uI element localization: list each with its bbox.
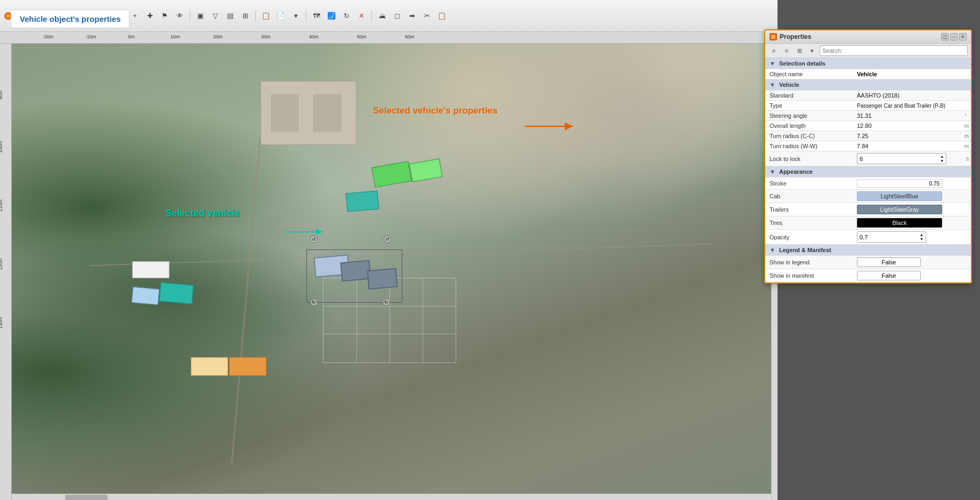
show-in-legend-btn[interactable]: False xyxy=(857,257,921,267)
opacity-spinner[interactable]: 0.7 ▲ ▼ xyxy=(857,231,926,243)
ruler-mark-120m: 120m xyxy=(0,258,3,270)
map-area[interactable]: -20m -10m 0m 10m 20m 30m 40m 50m 60m 90m… xyxy=(0,32,777,500)
trailers-color-swatch[interactable]: LightSlateGray xyxy=(857,205,942,214)
ruler-mark-60: 60m xyxy=(405,34,415,39)
cab-color-swatch[interactable]: LightSteelBlue xyxy=(857,191,942,201)
type-value: Passenger Car and Boat Trailer (P-B) xyxy=(853,101,971,111)
rotation-handle4[interactable]: ↻ xyxy=(383,299,390,306)
sep2 xyxy=(190,10,190,22)
paste-btn[interactable]: 📋 xyxy=(435,10,448,22)
table-btn[interactable]: ⊞ xyxy=(239,10,252,22)
object-name-label: Object name xyxy=(765,69,853,79)
doc-btn[interactable]: 📄 xyxy=(274,10,287,22)
map2-btn[interactable]: 🗾 xyxy=(325,10,338,22)
panel-toolbar-btn1[interactable]: ≡ xyxy=(768,45,779,56)
opacity-spinner-up[interactable]: ▲ xyxy=(920,233,924,237)
tires-color-swatch[interactable]: Black xyxy=(857,218,942,228)
scissors-btn[interactable]: ✂ xyxy=(420,10,433,22)
map-scrollbar-h[interactable] xyxy=(12,494,771,500)
lock-to-lock-value[interactable]: 6 ▲ ▼ xyxy=(853,151,951,166)
section-selection-label: Selection details xyxy=(779,60,825,67)
section-toggle-selection[interactable]: ▼ xyxy=(770,60,777,67)
row-cab: Cab LightSteelBlue xyxy=(765,190,971,203)
vehicle-white[interactable] xyxy=(132,261,169,278)
mountain-btn[interactable]: ⛰ xyxy=(376,10,388,22)
panel-search-input[interactable] xyxy=(820,45,968,56)
triangle-btn[interactable]: ▽ xyxy=(209,10,222,22)
section-toggle-vehicle[interactable]: ▼ xyxy=(770,82,777,88)
rotation-handle3[interactable]: ↺ xyxy=(384,236,391,243)
doc-down-btn[interactable]: ▾ xyxy=(289,10,302,22)
ruler-mark-10: 10m xyxy=(171,34,180,39)
binoculars-btn[interactable]: 👁 xyxy=(173,10,186,22)
opacity-spinner-arrows: ▲ ▼ xyxy=(920,233,924,241)
row-show-in-manifest: Show in manifest False xyxy=(765,269,971,283)
add-btn[interactable]: + xyxy=(128,10,141,22)
map-btn[interactable]: 🗺 xyxy=(310,10,323,22)
vehicle-orange1[interactable] xyxy=(191,357,228,376)
delete-btn[interactable]: ✕ xyxy=(355,10,368,22)
row-type: Type Passenger Car and Boat Trailer (P-B… xyxy=(765,101,971,111)
vehicle-teal-small[interactable] xyxy=(159,282,194,304)
grid-btn[interactable]: ▤ xyxy=(224,10,237,22)
vehicle-blue-small[interactable] xyxy=(132,287,159,305)
row-tires: Tires Black xyxy=(765,216,971,230)
cab-color-label: LightSteelBlue xyxy=(881,193,919,199)
flag-btn[interactable]: ⚑ xyxy=(158,10,171,22)
spinner-up[interactable]: ▲ xyxy=(940,155,944,158)
panel-toolbar-btn2[interactable]: ≡ xyxy=(781,45,792,56)
cab-label: Cab xyxy=(765,190,853,203)
arrow-svg-2 xyxy=(525,120,578,133)
panel-close-btn[interactable]: ✕ xyxy=(959,33,967,41)
spinner-down[interactable]: ▼ xyxy=(940,159,944,163)
cab-value-cell: LightSteelBlue xyxy=(853,190,971,203)
vehicle-orange2[interactable] xyxy=(229,357,266,376)
opacity-num: 0.7 xyxy=(860,234,868,240)
opacity-empty xyxy=(951,230,971,245)
main-container: Vehicle object's properties ▼ ◎ 185% 🔍 +… xyxy=(0,0,980,500)
panel-min-btn[interactable]: – xyxy=(950,33,958,41)
panel-detach-btn[interactable]: ◫ xyxy=(941,33,949,41)
sep3 xyxy=(255,10,256,22)
panel-toolbar-btn3[interactable]: ⊞ xyxy=(794,45,805,56)
lock-to-lock-spinner[interactable]: 6 ▲ ▼ xyxy=(857,153,946,164)
section-toggle-appearance[interactable]: ▼ xyxy=(770,168,777,175)
type-label: Type xyxy=(765,101,853,111)
show-in-manifest-btn[interactable]: False xyxy=(857,271,921,280)
title-box: Vehicle object's properties xyxy=(11,10,129,28)
sep4 xyxy=(306,10,306,22)
copy-btn[interactable]: 📋 xyxy=(260,10,272,22)
show-in-legend-label: Show in legend xyxy=(765,256,853,269)
app-title: Vehicle object's properties xyxy=(20,14,120,23)
rotate-btn[interactable]: ↻ xyxy=(340,10,353,22)
rotation-handle2[interactable]: ↻ xyxy=(310,299,318,306)
ruler-mark-40: 40m xyxy=(309,34,319,39)
properties-table: ▼ Selection details Object name Vehicle … xyxy=(765,58,971,283)
steering-angle-unit: ° xyxy=(951,111,971,121)
panel-title: Properties xyxy=(780,33,811,41)
row-show-in-legend: Show in legend False xyxy=(765,256,971,269)
steering-angle-label: Steering angle xyxy=(765,111,853,121)
spinner-arrows: ▲ ▼ xyxy=(940,155,944,163)
panel-toolbar-btn4[interactable]: ▾ xyxy=(807,45,817,56)
lock-to-lock-label: Lock to lock xyxy=(765,151,853,166)
vehicle-teal1[interactable] xyxy=(346,190,379,212)
arrow-btn[interactable]: ➡ xyxy=(406,10,418,22)
ruler-mark-100m: 100m xyxy=(0,141,3,153)
stroke-swatch[interactable]: 0.75 xyxy=(857,179,942,188)
opacity-spinner-down[interactable]: ▼ xyxy=(920,237,924,241)
selected-vehicle-trailer2[interactable] xyxy=(367,268,398,290)
section-legend-header: ▼ Legend & Manifest xyxy=(765,245,971,256)
tires-color-label: Black xyxy=(893,220,907,226)
insert-btn[interactable]: ✚ xyxy=(143,10,156,22)
section-toggle-legend[interactable]: ▼ xyxy=(770,247,777,253)
turn-radius-ww-unit: m xyxy=(951,141,971,151)
overall-length-unit: m xyxy=(951,121,971,131)
panel-toolbar: ≡ ≡ ⊞ ▾ xyxy=(765,44,971,58)
square-btn[interactable]: ◻ xyxy=(391,10,403,22)
ruler-top: -20m -10m 0m 10m 20m 30m 40m 50m 60m xyxy=(0,32,777,44)
rect-btn[interactable]: ▣ xyxy=(194,10,207,22)
row-lock-to-lock: Lock to lock 6 ▲ ▼ s xyxy=(765,151,971,166)
opacity-value-cell[interactable]: 0.7 ▲ ▼ xyxy=(853,230,951,245)
trailers-value-cell: LightSlateGray xyxy=(853,203,971,216)
